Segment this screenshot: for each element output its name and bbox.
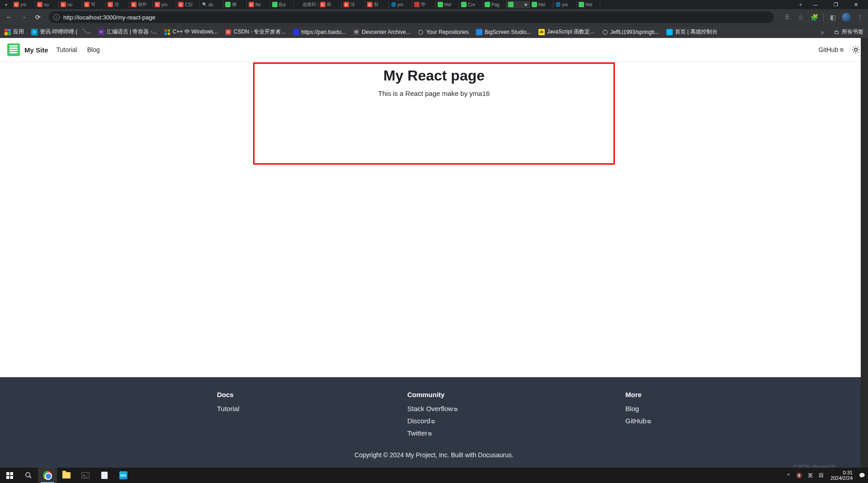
bookmark-item[interactable]: 应用 (5, 28, 24, 36)
svg-line-11 (853, 52, 854, 52)
bookmark-item[interactable]: b资讯-哔哩哔哩 ( ゜-... (31, 28, 91, 36)
bookmark-item[interactable]: BigScreen Studio... (476, 28, 531, 36)
browser-tab[interactable]: ✕ (506, 1, 530, 8)
svg-rect-2 (165, 33, 167, 35)
sidepanel-icon[interactable]: ◧ (828, 14, 837, 21)
bookmarks-bar: 应用b资讯-哔哩哔哩 ( ゜-...∞汇编语言 | 寄存器 -...C++ 中 … (0, 25, 868, 38)
browser-tab[interactable]: 🔍do (200, 1, 223, 8)
bookmark-item[interactable]: https://pan.baidu... (293, 28, 346, 36)
page-paragraph: This is a React page make by yma16 (255, 90, 613, 97)
new-tab-button[interactable]: + (796, 1, 805, 8)
forward-button[interactable]: → (18, 12, 29, 23)
external-link-icon: ⧉ (431, 419, 435, 424)
ime-mode[interactable]: 田 (817, 472, 825, 479)
bookmark-item[interactable]: ◯Your Repositories (418, 28, 469, 36)
taskbar-chrome[interactable] (38, 468, 57, 483)
bookmark-item[interactable]: ◯JeffLi1993/springb... (602, 28, 659, 36)
taskbar-webstorm[interactable]: WS (114, 468, 133, 483)
bookmark-item[interactable]: WDevcenter Archive... (353, 28, 410, 36)
browser-tab[interactable]: C活 (106, 1, 129, 8)
svg-line-12 (858, 47, 859, 47)
footer-link-github[interactable]: GitHub⧉ (625, 417, 651, 425)
svg-line-18 (29, 476, 31, 478)
site-logo[interactable] (7, 43, 20, 56)
browser-tab[interactable]: C创作 (129, 1, 153, 8)
maximize-button[interactable]: ❐ (826, 0, 846, 9)
footer-link-blog[interactable]: Blog (625, 405, 651, 412)
site-info-icon[interactable]: i (53, 14, 60, 20)
browser-tab[interactable]: C前 (318, 1, 342, 8)
browser-tab[interactable]: Cno (59, 1, 82, 8)
footer-more-title: More (625, 391, 651, 398)
browser-tab[interactable]: CNv (247, 1, 270, 8)
footer-link-tutorial[interactable]: Tutorial (217, 405, 239, 412)
browser-tab[interactable]: 侧 (223, 1, 247, 8)
svg-rect-0 (165, 29, 167, 32)
notifications-icon[interactable]: 💬 (858, 473, 866, 478)
clock[interactable]: 0:31 2024/2/24 (828, 470, 855, 481)
tray-expand-icon[interactable]: ^ (784, 473, 793, 478)
bookmark-item[interactable]: 首页 | 高德控制台 (666, 28, 717, 36)
footer-link-discord[interactable]: Discord⧉ (407, 417, 458, 425)
browser-tab[interactable]: C写 (82, 1, 106, 8)
browser-tab[interactable]: Cym (12, 1, 35, 8)
browser-tab[interactable]: C活 (342, 1, 365, 8)
nav-blog[interactable]: Blog (87, 46, 100, 53)
browser-tab[interactable]: CCSI (176, 1, 200, 8)
profile-avatar[interactable] (842, 13, 851, 22)
url-text[interactable]: http://localhost:3000/my-react-page (63, 14, 769, 21)
browser-tab[interactable]: 🌐ym (553, 1, 577, 8)
bookmark-item[interactable]: C++ 中 Windows... (164, 28, 218, 36)
external-link-icon: ⧉ (454, 407, 458, 412)
browser-tab[interactable]: 华 (412, 1, 436, 8)
webpage: My Site Tutorial Blog GitHub ⧉ My (0, 38, 868, 468)
browser-tab[interactable]: Hel (530, 1, 553, 8)
minimize-button[interactable]: — (805, 0, 826, 9)
taskbar: >_ WS ^ 🔇 英 田 0:31 2024/2/24 💬 (0, 468, 868, 483)
browser-tab[interactable]: Hel (436, 1, 459, 8)
bookmark-item[interactable]: ∞汇编语言 | 寄存器 -... (98, 28, 157, 36)
browser-tab[interactable]: 连接到 (294, 1, 318, 8)
taskbar-notepad[interactable] (95, 468, 114, 483)
svg-line-9 (853, 47, 854, 47)
footer-link-twitter[interactable]: Twitter⧉ (407, 429, 458, 437)
ime-lang[interactable]: 英 (806, 472, 814, 479)
bookmark-item[interactable]: JSJavaScript 函数定... (538, 28, 594, 36)
back-button[interactable]: ← (4, 12, 14, 23)
address-bar[interactable]: i http://localhost:3000/my-react-page (49, 11, 774, 23)
browser-tab[interactable]: Hel (577, 1, 600, 8)
search-button[interactable] (19, 468, 38, 483)
footer-docs-title: Docs (217, 391, 239, 398)
extensions-icon[interactable]: 🧩 (810, 14, 819, 21)
browser-tab[interactable]: Bui (270, 1, 294, 8)
footer-link-stackoverflow[interactable]: Stack Overflow⧉ (407, 405, 458, 412)
browser-tab[interactable]: Cym (153, 1, 176, 8)
site-title[interactable]: My Site (24, 46, 48, 54)
browser-tab[interactable]: Cno (35, 1, 59, 8)
translate-icon[interactable]: ⠿ (783, 14, 792, 21)
tab-dropdown[interactable]: ▾ (2, 1, 10, 8)
browser-tab[interactable]: 🌐ym (389, 1, 412, 8)
nav-tutorial[interactable]: Tutorial (57, 46, 77, 53)
taskbar-explorer[interactable] (57, 468, 76, 483)
browser-tab[interactable]: C创 (365, 1, 389, 8)
date: 2024/2/24 (830, 475, 853, 481)
svg-line-10 (858, 52, 859, 52)
browser-tab[interactable]: Cre (459, 1, 483, 8)
theme-toggle[interactable] (851, 45, 861, 55)
scrollbar[interactable] (861, 38, 868, 468)
reload-button[interactable]: ⟳ (33, 12, 43, 23)
bookmarks-overflow[interactable]: » (818, 28, 827, 36)
folder-icon: 🗀 (834, 29, 840, 35)
volume-icon[interactable]: 🔇 (795, 473, 803, 478)
bookmark-item[interactable]: CCSDN - 专业开发者... (225, 28, 286, 36)
star-icon[interactable]: ☆ (796, 14, 805, 21)
github-link[interactable]: GitHub ⧉ (818, 46, 844, 53)
taskbar-terminal[interactable]: >_ (76, 468, 95, 483)
menu-icon[interactable]: ⋮ (855, 14, 864, 21)
start-button[interactable] (0, 468, 19, 483)
browser-tab[interactable]: Pag (483, 1, 506, 8)
site-header: My Site Tutorial Blog GitHub ⧉ (0, 38, 868, 62)
all-bookmarks[interactable]: 🗀 所有书签 (834, 28, 863, 36)
close-window-button[interactable]: ✕ (846, 0, 866, 9)
